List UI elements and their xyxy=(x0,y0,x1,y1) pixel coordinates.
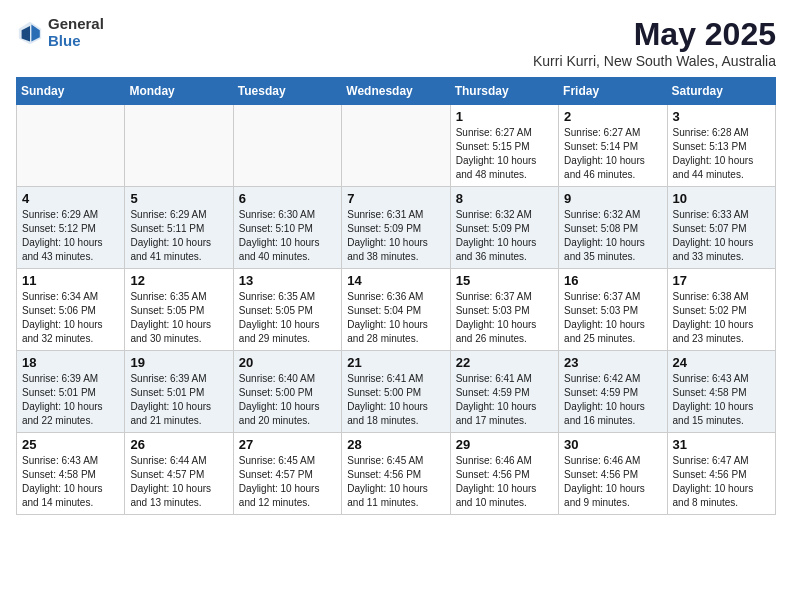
day-info: Sunrise: 6:29 AMSunset: 5:11 PMDaylight:… xyxy=(130,208,227,264)
day-number: 26 xyxy=(130,437,227,452)
table-row: 1Sunrise: 6:27 AMSunset: 5:15 PMDaylight… xyxy=(450,105,558,187)
day-info: Sunrise: 6:37 AMSunset: 5:03 PMDaylight:… xyxy=(564,290,661,346)
header-tuesday: Tuesday xyxy=(233,78,341,105)
title-block: May 2025 Kurri Kurri, New South Wales, A… xyxy=(533,16,776,69)
table-row: 5Sunrise: 6:29 AMSunset: 5:11 PMDaylight… xyxy=(125,187,233,269)
day-info: Sunrise: 6:31 AMSunset: 5:09 PMDaylight:… xyxy=(347,208,444,264)
day-number: 2 xyxy=(564,109,661,124)
header-sunday: Sunday xyxy=(17,78,125,105)
day-number: 8 xyxy=(456,191,553,206)
day-info: Sunrise: 6:34 AMSunset: 5:06 PMDaylight:… xyxy=(22,290,119,346)
logo-icon xyxy=(16,19,44,47)
day-number: 20 xyxy=(239,355,336,370)
table-row: 4Sunrise: 6:29 AMSunset: 5:12 PMDaylight… xyxy=(17,187,125,269)
day-info: Sunrise: 6:33 AMSunset: 5:07 PMDaylight:… xyxy=(673,208,770,264)
day-info: Sunrise: 6:30 AMSunset: 5:10 PMDaylight:… xyxy=(239,208,336,264)
day-info: Sunrise: 6:44 AMSunset: 4:57 PMDaylight:… xyxy=(130,454,227,510)
calendar-title: May 2025 xyxy=(533,16,776,53)
table-row: 15Sunrise: 6:37 AMSunset: 5:03 PMDayligh… xyxy=(450,269,558,351)
table-row: 2Sunrise: 6:27 AMSunset: 5:14 PMDaylight… xyxy=(559,105,667,187)
header-thursday: Thursday xyxy=(450,78,558,105)
calendar-week-row: 25Sunrise: 6:43 AMSunset: 4:58 PMDayligh… xyxy=(17,433,776,515)
day-info: Sunrise: 6:46 AMSunset: 4:56 PMDaylight:… xyxy=(564,454,661,510)
day-number: 30 xyxy=(564,437,661,452)
day-number: 27 xyxy=(239,437,336,452)
calendar-table: Sunday Monday Tuesday Wednesday Thursday… xyxy=(16,77,776,515)
table-row: 19Sunrise: 6:39 AMSunset: 5:01 PMDayligh… xyxy=(125,351,233,433)
table-row xyxy=(125,105,233,187)
day-info: Sunrise: 6:40 AMSunset: 5:00 PMDaylight:… xyxy=(239,372,336,428)
day-info: Sunrise: 6:27 AMSunset: 5:15 PMDaylight:… xyxy=(456,126,553,182)
day-number: 28 xyxy=(347,437,444,452)
day-number: 18 xyxy=(22,355,119,370)
day-number: 5 xyxy=(130,191,227,206)
table-row: 23Sunrise: 6:42 AMSunset: 4:59 PMDayligh… xyxy=(559,351,667,433)
day-number: 31 xyxy=(673,437,770,452)
day-info: Sunrise: 6:39 AMSunset: 5:01 PMDaylight:… xyxy=(22,372,119,428)
day-number: 1 xyxy=(456,109,553,124)
day-info: Sunrise: 6:45 AMSunset: 4:57 PMDaylight:… xyxy=(239,454,336,510)
day-number: 19 xyxy=(130,355,227,370)
day-number: 14 xyxy=(347,273,444,288)
calendar-week-row: 18Sunrise: 6:39 AMSunset: 5:01 PMDayligh… xyxy=(17,351,776,433)
day-info: Sunrise: 6:38 AMSunset: 5:02 PMDaylight:… xyxy=(673,290,770,346)
table-row: 28Sunrise: 6:45 AMSunset: 4:56 PMDayligh… xyxy=(342,433,450,515)
day-info: Sunrise: 6:35 AMSunset: 5:05 PMDaylight:… xyxy=(130,290,227,346)
logo-blue-text: Blue xyxy=(48,33,104,50)
day-number: 21 xyxy=(347,355,444,370)
table-row: 12Sunrise: 6:35 AMSunset: 5:05 PMDayligh… xyxy=(125,269,233,351)
table-row: 3Sunrise: 6:28 AMSunset: 5:13 PMDaylight… xyxy=(667,105,775,187)
day-number: 13 xyxy=(239,273,336,288)
day-number: 4 xyxy=(22,191,119,206)
day-number: 7 xyxy=(347,191,444,206)
day-number: 22 xyxy=(456,355,553,370)
table-row: 16Sunrise: 6:37 AMSunset: 5:03 PMDayligh… xyxy=(559,269,667,351)
logo-text: General Blue xyxy=(48,16,104,49)
day-number: 17 xyxy=(673,273,770,288)
table-row: 20Sunrise: 6:40 AMSunset: 5:00 PMDayligh… xyxy=(233,351,341,433)
table-row: 14Sunrise: 6:36 AMSunset: 5:04 PMDayligh… xyxy=(342,269,450,351)
day-info: Sunrise: 6:43 AMSunset: 4:58 PMDaylight:… xyxy=(673,372,770,428)
day-number: 25 xyxy=(22,437,119,452)
table-row: 25Sunrise: 6:43 AMSunset: 4:58 PMDayligh… xyxy=(17,433,125,515)
table-row: 8Sunrise: 6:32 AMSunset: 5:09 PMDaylight… xyxy=(450,187,558,269)
table-row: 21Sunrise: 6:41 AMSunset: 5:00 PMDayligh… xyxy=(342,351,450,433)
table-row: 22Sunrise: 6:41 AMSunset: 4:59 PMDayligh… xyxy=(450,351,558,433)
day-number: 15 xyxy=(456,273,553,288)
table-row: 7Sunrise: 6:31 AMSunset: 5:09 PMDaylight… xyxy=(342,187,450,269)
day-info: Sunrise: 6:37 AMSunset: 5:03 PMDaylight:… xyxy=(456,290,553,346)
header-wednesday: Wednesday xyxy=(342,78,450,105)
day-info: Sunrise: 6:41 AMSunset: 4:59 PMDaylight:… xyxy=(456,372,553,428)
day-number: 11 xyxy=(22,273,119,288)
day-info: Sunrise: 6:36 AMSunset: 5:04 PMDaylight:… xyxy=(347,290,444,346)
header-friday: Friday xyxy=(559,78,667,105)
day-info: Sunrise: 6:45 AMSunset: 4:56 PMDaylight:… xyxy=(347,454,444,510)
table-row xyxy=(233,105,341,187)
day-info: Sunrise: 6:28 AMSunset: 5:13 PMDaylight:… xyxy=(673,126,770,182)
table-row: 30Sunrise: 6:46 AMSunset: 4:56 PMDayligh… xyxy=(559,433,667,515)
header-monday: Monday xyxy=(125,78,233,105)
day-info: Sunrise: 6:32 AMSunset: 5:08 PMDaylight:… xyxy=(564,208,661,264)
table-row: 18Sunrise: 6:39 AMSunset: 5:01 PMDayligh… xyxy=(17,351,125,433)
table-row: 29Sunrise: 6:46 AMSunset: 4:56 PMDayligh… xyxy=(450,433,558,515)
logo: General Blue xyxy=(16,16,104,49)
day-number: 6 xyxy=(239,191,336,206)
day-info: Sunrise: 6:29 AMSunset: 5:12 PMDaylight:… xyxy=(22,208,119,264)
day-number: 24 xyxy=(673,355,770,370)
table-row: 9Sunrise: 6:32 AMSunset: 5:08 PMDaylight… xyxy=(559,187,667,269)
table-row: 13Sunrise: 6:35 AMSunset: 5:05 PMDayligh… xyxy=(233,269,341,351)
table-row: 26Sunrise: 6:44 AMSunset: 4:57 PMDayligh… xyxy=(125,433,233,515)
day-number: 29 xyxy=(456,437,553,452)
table-row: 10Sunrise: 6:33 AMSunset: 5:07 PMDayligh… xyxy=(667,187,775,269)
day-info: Sunrise: 6:42 AMSunset: 4:59 PMDaylight:… xyxy=(564,372,661,428)
day-info: Sunrise: 6:43 AMSunset: 4:58 PMDaylight:… xyxy=(22,454,119,510)
table-row xyxy=(342,105,450,187)
day-number: 10 xyxy=(673,191,770,206)
table-row: 17Sunrise: 6:38 AMSunset: 5:02 PMDayligh… xyxy=(667,269,775,351)
page-header: General Blue May 2025 Kurri Kurri, New S… xyxy=(16,16,776,69)
day-info: Sunrise: 6:47 AMSunset: 4:56 PMDaylight:… xyxy=(673,454,770,510)
calendar-week-row: 4Sunrise: 6:29 AMSunset: 5:12 PMDaylight… xyxy=(17,187,776,269)
day-number: 23 xyxy=(564,355,661,370)
table-row: 31Sunrise: 6:47 AMSunset: 4:56 PMDayligh… xyxy=(667,433,775,515)
table-row xyxy=(17,105,125,187)
